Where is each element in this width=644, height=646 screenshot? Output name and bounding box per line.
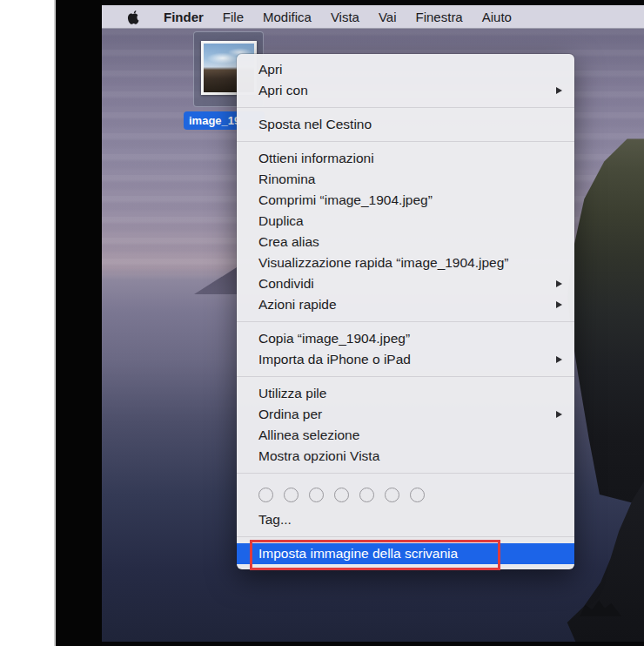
menubar-item-finder[interactable]: Finder	[154, 10, 213, 24]
submenu-arrow-icon	[556, 356, 562, 363]
menu-separator	[237, 467, 574, 480]
menu-item-label: Rinomina	[258, 172, 315, 187]
menu-item-label: Crea alias	[258, 234, 319, 250]
display-bottom-bezel	[102, 642, 644, 646]
display-bezel	[56, 0, 102, 646]
menu-item-label: Condividi	[258, 276, 314, 292]
menubar-item-modifica[interactable]: Modifica	[253, 10, 321, 24]
menu-separator	[237, 101, 574, 114]
tag-color-circle[interactable]	[334, 488, 349, 502]
menu-item-importa-da-iphone-o-ipad[interactable]: Importa da iPhone o iPad	[237, 349, 574, 370]
menu-item-label: Ottieni informazioni	[258, 151, 374, 166]
submenu-arrow-icon	[556, 280, 562, 287]
menubar-item-aiuto[interactable]: Aiuto	[473, 10, 521, 24]
tag-color-circle[interactable]	[258, 488, 273, 502]
menu-item-label: Apri con	[258, 83, 308, 98]
menu-bar: Finder File Modifica Vista Vai Finestra …	[102, 5, 644, 29]
menu-item-label: Visualizzazione rapida “image_1904.jpeg”	[258, 255, 509, 271]
tag-color-circle[interactable]	[385, 488, 399, 502]
tag-color-circle[interactable]	[359, 488, 374, 502]
menu-item-mostra-opzioni-vista[interactable]: Mostra opzioni Vista	[237, 446, 574, 467]
menu-item-sposta-nel-cestino[interactable]: Sposta nel Cestino	[237, 114, 574, 135]
menu-item-label: Tag...	[258, 512, 292, 528]
menu-item-utilizza-pile[interactable]: Utilizza pile	[237, 383, 574, 404]
menu-item-duplica[interactable]: Duplica	[237, 211, 574, 232]
menu-item-label: Sposta nel Cestino	[258, 117, 372, 132]
tag-colors-row	[237, 480, 574, 509]
menu-item-copia[interactable]: Copia “image_1904.jpeg”	[237, 328, 574, 349]
menubar-item-file[interactable]: File	[213, 10, 253, 24]
mac-screen: Finder File Modifica Vista Vai Finestra …	[102, 0, 644, 646]
menu-separator	[237, 315, 574, 328]
menu-item-allinea-selezione[interactable]: Allinea selezione	[237, 425, 574, 446]
menu-item-label: Utilizza pile	[258, 386, 326, 401]
menu-item-label: Copia “image_1904.jpeg”	[258, 331, 410, 347]
menu-item-label: Importa da iPhone o iPad	[258, 352, 411, 367]
menu-item-label: Allinea selezione	[258, 427, 359, 443]
menubar-item-vai[interactable]: Vai	[369, 10, 406, 24]
menu-item-label: Comprimi “image_1904.jpeg”	[258, 192, 433, 208]
menu-item-crea-alias[interactable]: Crea alias	[237, 232, 574, 252]
menu-item-ordina-per[interactable]: Ordina per	[237, 404, 574, 425]
menu-item-label: Apri	[258, 62, 283, 77]
menu-item-comprimi[interactable]: Comprimi “image_1904.jpeg”	[237, 190, 574, 211]
submenu-arrow-icon	[556, 301, 562, 308]
apple-menu-icon[interactable]	[126, 9, 140, 24]
menu-item-label: Ordina per	[258, 407, 322, 422]
tag-color-circle[interactable]	[410, 488, 425, 502]
tag-color-circle[interactable]	[284, 488, 299, 502]
menu-item-label: Mostra opzioni Vista	[258, 448, 379, 464]
menu-item-azioni-rapide[interactable]: Azioni rapide	[237, 294, 574, 315]
submenu-arrow-icon	[556, 411, 562, 418]
menu-separator	[237, 135, 574, 148]
menu-item-rinomina[interactable]: Rinomina	[237, 169, 574, 190]
menu-item-apri-con[interactable]: Apri con	[237, 80, 574, 101]
menu-item-label: Duplica	[258, 213, 304, 229]
menu-item-condividi[interactable]: Condividi	[237, 273, 574, 294]
menu-item-label: Azioni rapide	[258, 297, 337, 313]
menu-separator	[237, 370, 574, 383]
menu-item-visualizzazione-rapida[interactable]: Visualizzazione rapida “image_1904.jpeg”	[237, 252, 574, 273]
context-menu: Apri Apri con Sposta nel Cestino Ottieni…	[237, 54, 574, 569]
menubar-item-vista[interactable]: Vista	[321, 10, 369, 24]
apple-logo-glyph	[127, 10, 139, 24]
menu-item-label: Imposta immagine della scrivania	[258, 546, 458, 562]
menu-item-tag[interactable]: Tag...	[237, 509, 574, 530]
menubar-item-finestra[interactable]: Finestra	[406, 10, 473, 24]
tag-color-circle[interactable]	[309, 488, 324, 502]
menu-separator	[237, 530, 574, 543]
menu-item-ottieni-informazioni[interactable]: Ottieni informazioni	[237, 148, 574, 169]
submenu-arrow-icon	[556, 87, 562, 94]
file-name-text: image_19	[189, 114, 240, 127]
menu-item-imposta-immagine-della-scrivania[interactable]: Imposta immagine della scrivania	[237, 543, 574, 564]
menu-item-apri[interactable]: Apri	[237, 59, 574, 80]
